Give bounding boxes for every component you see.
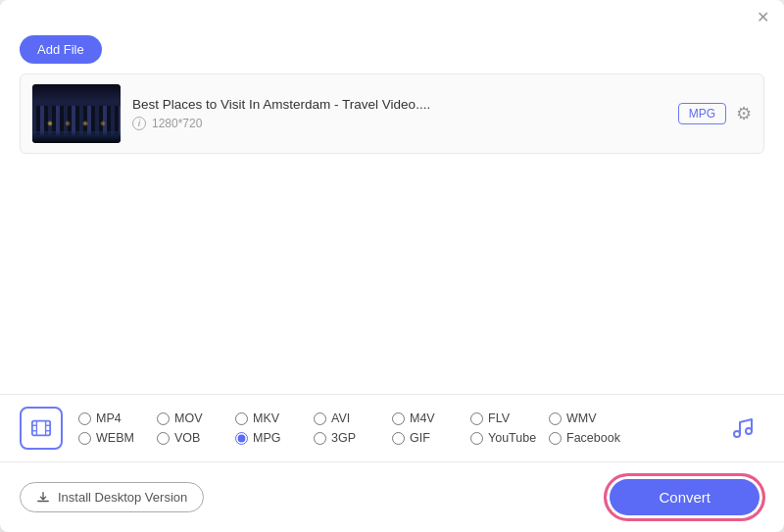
file-title: Best Places to Visit In Amsterdam - Trav… [132,97,666,112]
bottom-bar: Install Desktop Version Convert [0,461,784,532]
settings-icon[interactable]: ⚙ [736,103,752,124]
format-row-2: WEBM VOB MPG 3GP GIF [78,431,711,445]
format-option-avi[interactable]: AVI [314,411,392,425]
format-option-facebook[interactable]: Facebook [549,431,627,445]
format-option-mkv[interactable]: MKV [235,411,314,425]
format-badge-button[interactable]: MPG [678,103,726,124]
download-icon [36,491,50,505]
file-meta: i 1280*720 [132,117,666,130]
content-area [0,154,784,394]
music-note-icon [731,416,755,440]
audio-format-icon-button[interactable] [721,407,764,450]
add-file-button[interactable]: Add File [20,35,102,64]
file-list: Best Places to Visit In Amsterdam - Trav… [20,73,764,154]
file-resolution: 1280*720 [152,117,202,130]
format-option-mpg[interactable]: MPG [235,431,314,445]
format-option-mov[interactable]: MOV [157,411,235,425]
file-item: Best Places to Visit In Amsterdam - Trav… [21,74,763,153]
install-label: Install Desktop Version [58,490,187,505]
format-option-vob[interactable]: VOB [157,431,235,445]
format-option-gif[interactable]: GIF [392,431,470,445]
format-options: MP4 MOV MKV AVI M4V [78,411,711,445]
svg-point-8 [746,428,752,434]
title-bar: ✕ [0,0,784,31]
film-icon [30,417,52,439]
format-option-webm[interactable]: WEBM [78,431,157,445]
format-option-3gp[interactable]: 3GP [314,431,392,445]
thumbnail-image [32,84,121,143]
svg-point-7 [734,431,740,437]
format-option-m4v[interactable]: M4V [392,411,470,425]
convert-button-wrapper: Convert [605,474,764,520]
file-info: Best Places to Visit In Amsterdam - Trav… [132,97,666,130]
thumbnail-overlay [32,114,121,133]
format-option-flv[interactable]: FLV [470,411,549,425]
format-row-1: MP4 MOV MKV AVI M4V [78,411,711,425]
file-thumbnail [32,84,121,143]
info-icon: i [132,117,146,130]
svg-rect-0 [32,421,50,436]
format-bar: MP4 MOV MKV AVI M4V [0,394,784,461]
file-actions: MPG ⚙ [678,103,752,124]
header: Add File [0,31,784,73]
install-desktop-button[interactable]: Install Desktop Version [20,482,204,512]
convert-button[interactable]: Convert [610,479,760,515]
video-format-icon-button[interactable] [20,407,63,450]
format-option-mp4[interactable]: MP4 [78,411,157,425]
close-button[interactable]: ✕ [755,10,770,25]
app-window: ✕ Add File Best Places to Visit In Amste… [0,0,784,532]
format-option-wmv[interactable]: WMV [549,411,627,425]
format-option-youtube[interactable]: YouTube [470,431,549,445]
